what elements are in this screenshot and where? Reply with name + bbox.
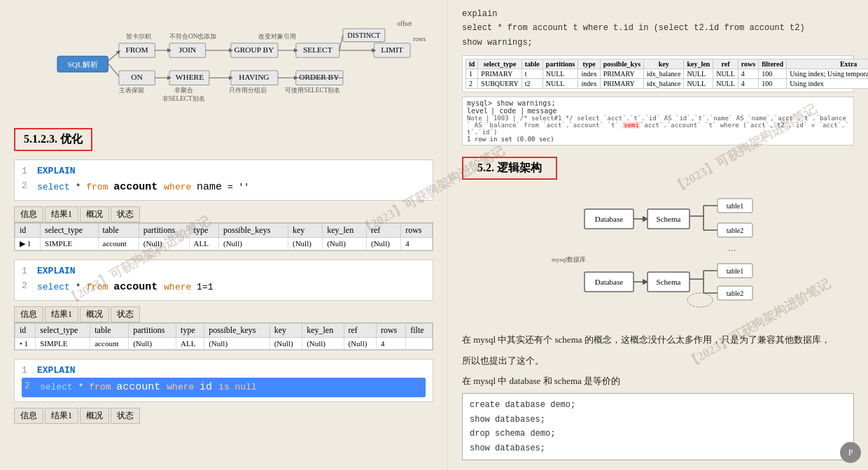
mini-table-row-2: 2 SUBQUERY t2 NULL index PRIMARY idx_bal…: [466, 79, 869, 89]
code-block-2: 1 EXPLAIN 2 select * from account where …: [14, 259, 433, 301]
warnings-block: mysql> show warnings; level | code | mes…: [462, 97, 854, 145]
line-num-3: 1: [22, 264, 30, 279]
explain-line-1: explain: [462, 7, 854, 21]
explain-block-top: explain select * from account t where t.…: [462, 7, 854, 50]
code-block-3: 1 EXPLAIN 2 select * from account where …: [14, 359, 433, 403]
section-52-wrapper: 5.2. 逻辑架构: [462, 151, 854, 188]
th-id: id: [15, 223, 41, 237]
svg-text:HAVING: HAVING: [239, 73, 269, 81]
svg-text:FROM: FROM: [125, 45, 148, 54]
left-panel: SQL解析 FROM 笛卡尔积 JOIN 不符合ON也添加 ON 主表保留 WH…: [0, 0, 448, 470]
th-ref: ref: [366, 223, 400, 237]
th2-ref: ref: [344, 323, 376, 337]
svg-text:非SELECT别名: 非SELECT别名: [162, 95, 205, 102]
svg-line-33: [108, 64, 118, 77]
tab-overview-1[interactable]: 概况: [80, 206, 109, 222]
th2-possible-keys: possible_keys: [204, 323, 270, 337]
tab-status-1[interactable]: 状态: [111, 206, 140, 222]
result-table-1: id select_type table partitions type pos…: [15, 223, 433, 250]
table-row: ▶ 1 SIMPLE account (Null) ALL (Null) (Nu…: [15, 237, 433, 250]
svg-text:SQL解析: SQL解析: [67, 60, 97, 69]
th2-select-type: select_type: [36, 323, 90, 337]
th-type: type: [189, 223, 218, 237]
svg-text:table1: table1: [727, 267, 743, 275]
th2-key-len: key_len: [302, 323, 344, 337]
table-row-2: • 1 SIMPLE account (Null) ALL (Null) (Nu…: [15, 337, 433, 349]
svg-text:JOIN: JOIN: [179, 45, 197, 54]
svg-point-73: [687, 293, 713, 307]
svg-text:DISTINCT: DISTINCT: [347, 31, 381, 39]
code-text-line-1: create database demo;: [470, 398, 846, 412]
code-line-4: select * from account where 1=1: [37, 279, 214, 296]
code-text-block: create database demo; show databases; dr…: [462, 393, 854, 460]
th-key: key: [288, 223, 322, 237]
result-table-2: id select_type table partitions type pos…: [15, 323, 433, 350]
tab-info-3[interactable]: 信息: [14, 408, 43, 424]
svg-text:SELECT: SELECT: [303, 45, 332, 54]
explain-result-table-wrapper: id select_type table partitions type pos…: [462, 55, 854, 92]
tab-info-1[interactable]: 信息: [14, 206, 43, 222]
tab-info-2[interactable]: 信息: [14, 306, 43, 322]
logic-diagram-wrapper: mysql数据库 Database Schema table1: [462, 195, 854, 325]
line-num-5: 1: [22, 364, 30, 378]
svg-text:mysql数据库: mysql数据库: [552, 256, 586, 263]
tab-result-2[interactable]: 结果1: [45, 306, 78, 322]
th-partitions: partitions: [139, 223, 189, 237]
tab-result-3[interactable]: 结果1: [45, 408, 78, 424]
th-table: table: [98, 223, 139, 237]
th-select-type: select_type: [41, 223, 99, 237]
code-line-highlighted: 2 select * from account where id is null: [22, 378, 426, 397]
sql-flow-diagram: SQL解析 FROM 笛卡尔积 JOIN 不符合ON也添加 ON 主表保留 WH…: [14, 7, 433, 115]
th2-key: key: [270, 323, 302, 337]
result-tabs-2: 信息 结果1 概况 状态: [14, 306, 433, 322]
description-3: 在 mysql 中 database 和 schema 是等价的: [462, 373, 854, 389]
th2-id: id: [15, 323, 36, 337]
tab-overview-3[interactable]: 概况: [80, 408, 109, 424]
svg-text:LIMIT: LIMIT: [381, 45, 403, 54]
explain-kw-3: EXPLAIN: [37, 364, 76, 378]
right-panel: explain select * from account t where t.…: [448, 0, 868, 470]
th2-table: table: [90, 323, 129, 337]
svg-text:改变对象引用: 改变对象引用: [258, 33, 296, 40]
section-523-heading: 5.1.2.3. 优化: [14, 128, 92, 151]
th-rows: rows: [401, 223, 433, 237]
result-table-2-wrapper: id select_type table partitions type pos…: [14, 322, 433, 350]
tab-status-3[interactable]: 状态: [111, 408, 140, 424]
svg-text:ORDER BY: ORDER BY: [299, 73, 339, 81]
svg-text:offset: offset: [397, 20, 412, 27]
tab-result-1[interactable]: 结果1: [45, 206, 78, 222]
code-line-2: select * from account where name = '': [37, 179, 249, 196]
th2-partitions: partitions: [129, 323, 176, 337]
tab-overview-2[interactable]: 概况: [80, 306, 109, 322]
svg-text:table1: table1: [727, 202, 743, 210]
warning-message: Note | 1003 | /* select#1 */ select `acc…: [467, 115, 849, 136]
section-52-heading: 5.2. 逻辑架构: [462, 157, 557, 180]
code-line-6: select * from account where id is null: [40, 379, 257, 396]
svg-text:rows: rows: [413, 36, 426, 43]
svg-text:table2: table2: [727, 227, 743, 234]
svg-text:table2: table2: [727, 290, 743, 297]
explain-line-2: select * from account t where t.id in (s…: [462, 21, 854, 35]
result-table-1-wrapper: id select_type table partitions type pos…: [14, 222, 433, 251]
th2-filte: filte: [406, 323, 433, 337]
th-key-len: key_len: [323, 223, 367, 237]
code-text-line-4: show databases;: [470, 441, 846, 455]
svg-text:Database: Database: [595, 278, 623, 286]
svg-text:GROUP BY: GROUP BY: [234, 45, 274, 54]
section-523-title: 5.1.2.3. 优化: [24, 133, 83, 145]
svg-text:不符合ON也添加: 不符合ON也添加: [169, 33, 216, 40]
line-num-6: 2: [24, 379, 33, 396]
description-2: 所以也提出了这个。: [462, 352, 854, 369]
description-1: 在 mysql 中其实还有个 schema 的概念，这概念没什么太多作用，只是为…: [462, 332, 854, 348]
explain-kw-1: EXPLAIN: [37, 164, 76, 179]
svg-text:...: ...: [728, 241, 736, 253]
tab-status-2[interactable]: 状态: [111, 306, 140, 322]
svg-text:非聚合: 非聚合: [174, 87, 193, 94]
logic-diagram-svg: mysql数据库 Database Schema table1: [539, 195, 777, 325]
result-tabs-1: 信息 结果1 概况 状态: [14, 206, 433, 222]
svg-text:Schema: Schema: [657, 278, 681, 286]
line-num-1: 1: [22, 164, 30, 179]
svg-text:ON: ON: [131, 73, 142, 81]
svg-line-32: [108, 52, 118, 61]
svg-line-40: [340, 35, 343, 50]
